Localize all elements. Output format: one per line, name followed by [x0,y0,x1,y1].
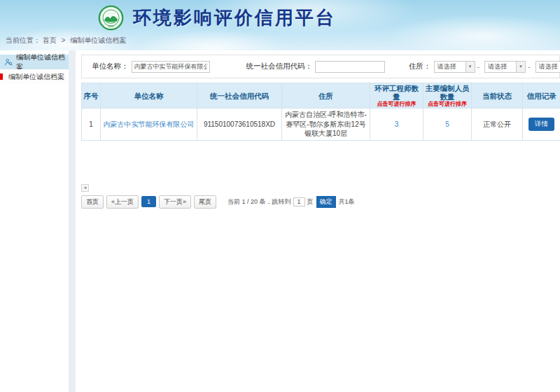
detail-button[interactable]: 详情 [528,118,554,131]
col-staff-count-label: 主要编制人员数量 [426,84,470,101]
engineer-count-link[interactable]: 3 [395,120,399,128]
current-page-badge[interactable]: 1 [141,196,156,207]
breadcrumb-home-link[interactable]: 首页 [43,36,57,44]
horizontal-scrollbar: ◄ [81,184,560,192]
address-separator: - [477,62,480,71]
col-index: 序号 [82,83,101,108]
address-province-value: 请选择 [435,62,465,72]
next-page-button[interactable]: 下一页» [159,195,191,209]
credit-code-label: 统一社会信用代码： [246,62,313,71]
sidebar-item-archives[interactable]: 编制单位诚信档案 [0,69,69,84]
col-address: 住所 [282,83,370,108]
col-unit-name: 单位名称 [101,83,197,108]
sidebar-group-archives[interactable]: 编制单位诚信档案 [0,55,69,69]
breadcrumb-prefix: 当前位置： [6,36,41,44]
table-row: 1 内蒙古中实节能环保有限公司 9115010073610518XD 内蒙古自治… [82,108,560,141]
staff-count-link[interactable]: 5 [445,120,449,128]
unit-name-label: 单位名称： [92,62,129,71]
header-banner: MEE 环境影响评价信用平台 当前位置： 首页 > 编制单位诚信档案 [0,0,560,50]
brand: MEE 环境影响评价信用平台 [0,0,560,32]
svg-text:MEE: MEE [108,25,115,28]
cell-index: 1 [82,108,101,141]
col-credit-code: 统一社会信用代码 [197,83,282,108]
col-engineer-count-label: 环评工程师数量 [374,84,419,101]
first-page-button[interactable]: 首页 [81,195,104,209]
pagination-page-word: 页 [307,197,314,206]
address-city-select[interactable]: 请选择 ▼ [484,61,526,73]
breadcrumb: 当前位置： 首页 > 编制单位诚信档案 [0,36,560,46]
address-province-select[interactable]: 请选择 ▼ [434,61,475,73]
confirm-jump-button[interactable]: 确定 [316,196,336,208]
credit-code-input[interactable] [315,61,385,73]
page-title: 环境影响评价信用平台 [133,6,336,30]
prev-page-button[interactable]: «上一页 [106,195,139,209]
chevron-down-icon: ▼ [516,62,525,72]
active-marker [0,74,3,80]
col-staff-count[interactable]: 主要编制人员数量 点击可进行排序 [424,83,472,108]
cell-credit-code: 9115010073610518XD [197,108,282,141]
unit-name-input[interactable] [132,61,210,73]
pagination-info: 当前 1 / 20 条，跳转到 [227,197,291,206]
sidebar: 编制单位诚信档案 编制单位诚信档案 [0,50,69,392]
address-city-value: 请选择 [485,62,516,72]
pagination: 首页 «上一页 1 下一页» 尾页 当前 1 / 20 条，跳转到 页 确定 共… [81,195,560,209]
address-separator: - [528,62,531,71]
breadcrumb-separator: > [62,36,66,44]
person-search-icon [4,58,13,66]
chevron-down-icon: ▼ [465,62,475,72]
last-page-button[interactable]: 尾页 [194,195,216,209]
sidebar-gutter [69,50,76,392]
sort-hint[interactable]: 点击可进行排序 [425,101,470,107]
scroll-left-icon[interactable]: ◄ [81,184,89,192]
main-content: 单位名称： 统一社会信用代码： 住所： 请选择 ▼ - 请选择 ▼ - 请选择 … [81,50,560,392]
body: 编制单位诚信档案 编制单位诚信档案 单位名称： 统一社会信用代码： 住所： 请选… [0,50,560,392]
address-district-select[interactable]: 请选择 ▼ [536,61,560,73]
pagination-total: 共1条 [339,197,355,206]
address-label: 住所： [409,62,431,71]
col-credit-record: 信用记录 [523,83,560,108]
results-table: 序号 单位名称 统一社会信用代码 住所 环评工程师数量 点击可进行排序 主要编制… [81,83,560,141]
cell-status: 正常公开 [472,108,523,141]
address-district-value: 请选择 [536,62,560,72]
mee-logo-icon: MEE [98,5,124,31]
search-panel: 单位名称： 统一社会信用代码： 住所： 请选择 ▼ - 请选择 ▼ - 请选择 … [81,55,560,78]
breadcrumb-current: 编制单位诚信档案 [70,36,126,44]
page: MEE 环境影响评价信用平台 当前位置： 首页 > 编制单位诚信档案 编制单位诚… [0,0,560,392]
unit-name-link[interactable]: 内蒙古中实节能环保有限公司 [104,120,195,128]
col-status: 当前状态 [472,83,523,108]
jump-page-input[interactable] [293,197,305,206]
table-header-row: 序号 单位名称 统一社会信用代码 住所 环评工程师数量 点击可进行排序 主要编制… [82,83,560,108]
col-engineer-count[interactable]: 环评工程师数量 点击可进行排序 [370,83,424,108]
sidebar-item-label: 编制单位诚信档案 [8,72,64,82]
cell-address: 内蒙古自治区-呼和浩特市-赛罕区-鄂尔多斯东街12号银联大厦10层 [282,108,370,141]
sort-hint[interactable]: 点击可进行排序 [372,101,421,107]
